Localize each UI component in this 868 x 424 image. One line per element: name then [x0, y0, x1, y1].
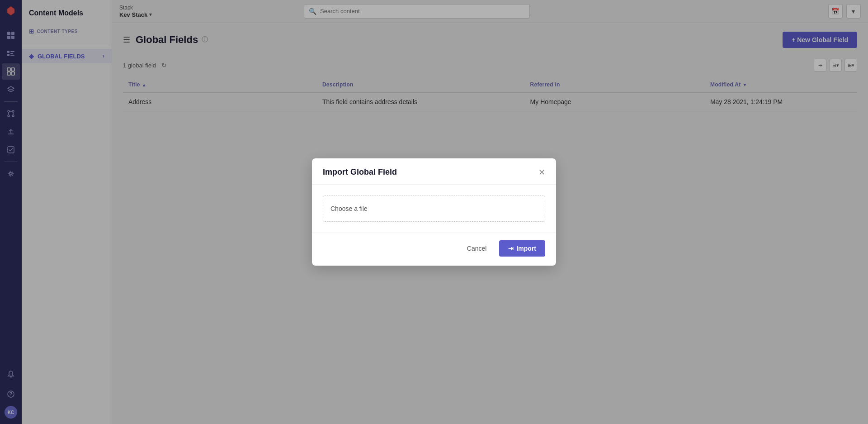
- file-upload-label: Choose a file: [330, 205, 368, 212]
- import-icon: ⇥: [508, 245, 514, 252]
- file-upload-area[interactable]: Choose a file: [323, 195, 545, 222]
- import-modal: Import Global Field ✕ Choose a file Canc…: [312, 158, 556, 266]
- import-button[interactable]: ⇥ Import: [499, 240, 545, 257]
- cancel-button[interactable]: Cancel: [460, 241, 494, 256]
- modal-close-button[interactable]: ✕: [538, 168, 545, 176]
- modal-body: Choose a file: [312, 185, 556, 233]
- modal-footer: Cancel ⇥ Import: [312, 233, 556, 266]
- modal-header: Import Global Field ✕: [312, 158, 556, 185]
- modal-overlay: Import Global Field ✕ Choose a file Canc…: [0, 0, 868, 424]
- modal-title: Import Global Field: [323, 167, 397, 177]
